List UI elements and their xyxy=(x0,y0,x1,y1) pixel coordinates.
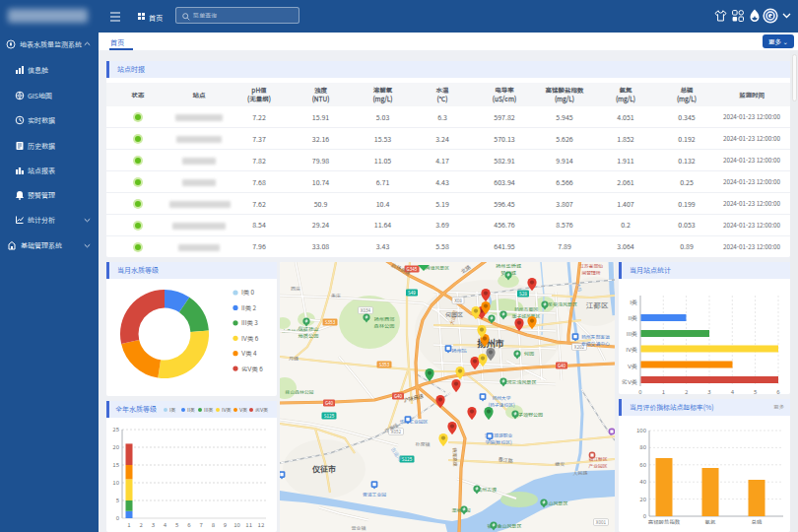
svg-text:15: 15 xyxy=(112,460,119,469)
svg-text:朴席镇: 朴席镇 xyxy=(415,440,430,447)
svg-text:25: 25 xyxy=(112,425,119,433)
svg-text:II类: II类 xyxy=(187,406,195,413)
svg-text:I类: I类 xyxy=(169,406,175,413)
svg-text:6: 6 xyxy=(187,520,191,529)
svg-text:V类: V类 xyxy=(628,362,637,370)
svg-text:V类 4: V类 4 xyxy=(241,349,257,358)
svg-text:0: 0 xyxy=(638,387,642,394)
svg-text:10: 10 xyxy=(112,478,119,487)
svg-text:朱庄: 朱庄 xyxy=(331,292,341,299)
svg-text:江都区: 江都区 xyxy=(586,299,609,310)
svg-text:江苏省邵仙: 江苏省邵仙 xyxy=(579,262,603,269)
svg-text:运河三湾风景区: 运河三湾风景区 xyxy=(501,378,536,385)
svg-text:劣V类: 劣V类 xyxy=(255,406,268,413)
svg-text:III类: III类 xyxy=(204,406,213,413)
svg-text:IV类: IV类 xyxy=(626,345,637,354)
svg-text:扬州东部客运: 扬州东部客运 xyxy=(581,333,610,340)
svg-text:何园: 何园 xyxy=(524,350,534,357)
svg-text:S28: S28 xyxy=(519,291,527,297)
svg-text:5: 5 xyxy=(175,520,179,529)
svg-text:60: 60 xyxy=(639,460,646,469)
svg-text:IV类: IV类 xyxy=(222,406,232,413)
svg-text:胥浦工业园: 胥浦工业园 xyxy=(363,491,386,498)
svg-text:地质公园: 地质公园 xyxy=(299,332,319,339)
svg-text:S353: S353 xyxy=(325,319,336,325)
svg-text:0: 0 xyxy=(116,513,120,522)
svg-text:40: 40 xyxy=(639,477,646,486)
svg-text:I类 0: I类 0 xyxy=(241,288,255,297)
svg-text:G40: G40 xyxy=(394,393,403,399)
svg-text:产业园区: 产业园区 xyxy=(587,462,607,469)
svg-text:6: 6 xyxy=(776,387,780,394)
svg-text:1: 1 xyxy=(127,520,130,529)
svg-text:G40: G40 xyxy=(558,363,566,368)
svg-text:3: 3 xyxy=(707,387,710,394)
svg-text:月塘: 月塘 xyxy=(289,355,299,362)
svg-text:横安: 横安 xyxy=(555,460,565,467)
svg-text:20: 20 xyxy=(112,442,119,451)
svg-text:5: 5 xyxy=(116,496,120,504)
svg-text:11: 11 xyxy=(245,520,252,529)
svg-text:扬州华侨城: 扬州华侨城 xyxy=(496,262,522,269)
svg-text:何园区: 何园区 xyxy=(445,310,463,319)
svg-text:劣V类: 劣V类 xyxy=(622,377,637,386)
svg-text:华腾工业园区: 华腾工业园区 xyxy=(400,418,429,425)
svg-text:总磷: 总磷 xyxy=(752,518,763,526)
svg-text:2: 2 xyxy=(140,520,144,529)
svg-text:捺山森林公园: 捺山森林公园 xyxy=(285,388,314,395)
svg-text:12: 12 xyxy=(258,520,265,529)
svg-text:3: 3 xyxy=(152,520,155,529)
svg-text:枢纽交通中心: 枢纽交通中心 xyxy=(581,340,610,347)
svg-text:闸管理所: 闸管理所 xyxy=(581,269,600,276)
svg-text:营业镇: 营业镇 xyxy=(351,524,366,531)
svg-text:20: 20 xyxy=(639,495,646,503)
svg-text:森林公园: 森林公园 xyxy=(374,322,395,329)
svg-text:扬州西郊: 扬州西郊 xyxy=(374,315,395,322)
svg-text:扬州大学: 扬州大学 xyxy=(492,394,510,401)
svg-text:III类: III类 xyxy=(627,329,637,338)
svg-text:X001: X001 xyxy=(596,519,607,525)
svg-text:S125: S125 xyxy=(324,413,335,419)
svg-text:V类: V类 xyxy=(239,406,247,413)
svg-text:II类: II类 xyxy=(628,313,637,322)
svg-text:X034: X034 xyxy=(361,307,371,313)
svg-text:扬州站: 扬州站 xyxy=(451,347,467,354)
svg-text:氨氮: 氨氮 xyxy=(705,518,716,526)
svg-text:4: 4 xyxy=(164,520,167,529)
svg-text:S49: S49 xyxy=(408,290,416,296)
svg-text:劣V类 6: 劣V类 6 xyxy=(241,365,263,373)
svg-text:S353: S353 xyxy=(379,362,390,367)
svg-text:扬州市蜀冈: 扬州市蜀冈 xyxy=(514,305,538,312)
svg-text:10: 10 xyxy=(233,520,240,529)
svg-text:0: 0 xyxy=(643,511,647,520)
svg-text:2: 2 xyxy=(685,387,689,394)
svg-text:仪征捺山: 仪征捺山 xyxy=(299,325,319,332)
svg-text:8: 8 xyxy=(212,520,216,529)
svg-text:唐子城风景区: 唐子城风景区 xyxy=(512,312,541,319)
svg-text:7: 7 xyxy=(199,520,203,529)
svg-text:G40: G40 xyxy=(325,400,334,406)
svg-text:9: 9 xyxy=(224,520,227,529)
svg-text:茱萸湾风景区: 茱萸湾风景区 xyxy=(548,300,577,307)
svg-text:II类 2: II类 2 xyxy=(241,303,256,312)
svg-text:III类 3: III类 3 xyxy=(241,318,258,327)
svg-text:人民路: 人民路 xyxy=(572,469,587,476)
svg-text:高锰酸盐指数: 高锰酸盐指数 xyxy=(648,518,681,526)
svg-text:I类: I类 xyxy=(630,298,637,306)
svg-text:4: 4 xyxy=(731,387,735,394)
svg-text:西庄: 西庄 xyxy=(291,285,300,292)
svg-text:100: 100 xyxy=(636,426,647,434)
svg-text:仪征市: 仪征市 xyxy=(311,463,336,474)
svg-text:扬溧高速: 扬溧高速 xyxy=(452,447,460,467)
svg-text:(扬子津校区): (扬子津校区) xyxy=(488,401,515,409)
svg-text:IV类 6: IV类 6 xyxy=(241,334,259,343)
svg-text:80: 80 xyxy=(639,442,646,451)
svg-text:1: 1 xyxy=(662,387,665,394)
svg-text:X08: X08 xyxy=(454,298,462,303)
svg-text:5: 5 xyxy=(754,387,758,394)
